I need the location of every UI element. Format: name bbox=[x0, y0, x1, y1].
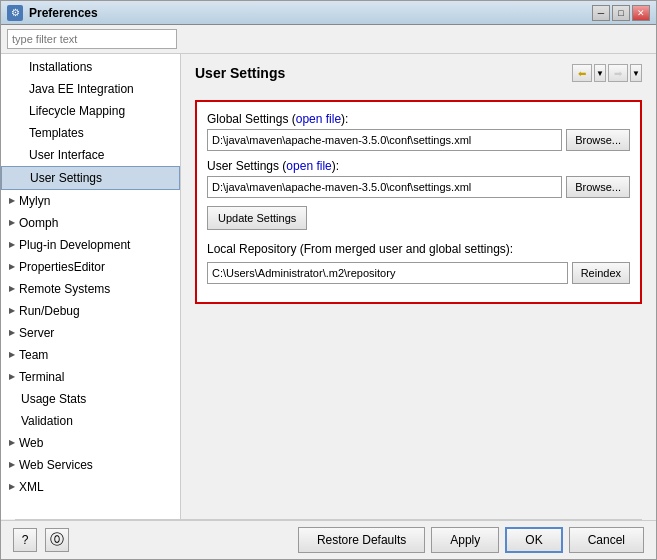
sidebar-item-terminal[interactable]: ▶ Terminal bbox=[1, 366, 180, 388]
filter-input[interactable] bbox=[7, 29, 177, 49]
back-dropdown[interactable]: ▼ bbox=[594, 64, 606, 82]
content-area: Installations Java EE Integration Lifecy… bbox=[1, 25, 656, 519]
main-split: Installations Java EE Integration Lifecy… bbox=[1, 54, 656, 519]
user-settings-link[interactable]: open file bbox=[286, 159, 331, 173]
cancel-button[interactable]: Cancel bbox=[569, 527, 644, 553]
sidebar-item-mylyn[interactable]: ▶ Mylyn bbox=[1, 190, 180, 212]
panel-title: User Settings bbox=[195, 65, 285, 81]
footer-left: ? ⓪ bbox=[13, 528, 292, 552]
global-settings-link[interactable]: open file bbox=[296, 112, 341, 126]
minimize-button[interactable]: ─ bbox=[592, 5, 610, 21]
arrow-icon: ▶ bbox=[9, 478, 15, 496]
global-settings-label: Global Settings (open file): bbox=[207, 112, 630, 126]
sidebar-item-server[interactable]: ▶ Server bbox=[1, 322, 180, 344]
nav-arrows: ⬅ ▼ ➡ ▼ bbox=[572, 64, 642, 82]
sidebar-item-run-debug[interactable]: ▶ Run/Debug bbox=[1, 300, 180, 322]
sidebar-item-user-settings[interactable]: User Settings bbox=[1, 166, 180, 190]
restore-defaults-button[interactable]: Restore Defaults bbox=[298, 527, 425, 553]
user-settings-row: Browse... bbox=[207, 176, 630, 198]
ok-button[interactable]: OK bbox=[505, 527, 562, 553]
user-browse-button[interactable]: Browse... bbox=[566, 176, 630, 198]
info-button[interactable]: ⓪ bbox=[45, 528, 69, 552]
sidebar-item-xml[interactable]: ▶ XML bbox=[1, 476, 180, 498]
arrow-icon: ▶ bbox=[9, 346, 15, 364]
global-settings-row: Browse... bbox=[207, 129, 630, 151]
arrow-icon: ▶ bbox=[9, 434, 15, 452]
window-controls: ─ □ ✕ bbox=[592, 5, 650, 21]
footer: ? ⓪ Restore Defaults Apply OK Cancel bbox=[1, 520, 656, 559]
sidebar-item-web-services[interactable]: ▶ Web Services bbox=[1, 454, 180, 476]
sidebar: Installations Java EE Integration Lifecy… bbox=[1, 54, 181, 519]
sidebar-item-remote-systems[interactable]: ▶ Remote Systems bbox=[1, 278, 180, 300]
forward-dropdown[interactable]: ▼ bbox=[630, 64, 642, 82]
update-settings-button[interactable]: Update Settings bbox=[207, 206, 307, 230]
sidebar-item-team[interactable]: ▶ Team bbox=[1, 344, 180, 366]
global-browse-button[interactable]: Browse... bbox=[566, 129, 630, 151]
reindex-button[interactable]: Reindex bbox=[572, 262, 630, 284]
apply-button[interactable]: Apply bbox=[431, 527, 499, 553]
user-settings-input[interactable] bbox=[207, 176, 562, 198]
title-bar: ⚙ Preferences ─ □ ✕ bbox=[1, 1, 656, 25]
arrow-icon: ▶ bbox=[9, 302, 15, 320]
arrow-icon: ▶ bbox=[9, 368, 15, 386]
preferences-window: ⚙ Preferences ─ □ ✕ Installations Java E… bbox=[0, 0, 657, 560]
filter-row bbox=[1, 25, 656, 54]
local-repo-label: Local Repository (From merged user and g… bbox=[207, 242, 630, 256]
arrow-icon: ▶ bbox=[9, 214, 15, 232]
right-panel: User Settings ⬅ ▼ ➡ ▼ Global Settings (o… bbox=[181, 54, 656, 519]
sidebar-item-usage-stats[interactable]: Usage Stats bbox=[1, 388, 180, 410]
close-button[interactable]: ✕ bbox=[632, 5, 650, 21]
sidebar-item-web[interactable]: ▶ Web bbox=[1, 432, 180, 454]
help-button[interactable]: ? bbox=[13, 528, 37, 552]
arrow-icon: ▶ bbox=[9, 236, 15, 254]
window-title: Preferences bbox=[29, 6, 592, 20]
user-settings-label: User Settings (open file): bbox=[207, 159, 630, 173]
sidebar-item-validation[interactable]: Validation bbox=[1, 410, 180, 432]
window-icon: ⚙ bbox=[7, 5, 23, 21]
sidebar-item-installations[interactable]: Installations bbox=[1, 56, 180, 78]
local-repo-input[interactable] bbox=[207, 262, 568, 284]
arrow-icon: ▶ bbox=[9, 280, 15, 298]
arrow-icon: ▶ bbox=[9, 192, 15, 210]
sidebar-item-lifecycle[interactable]: Lifecycle Mapping bbox=[1, 100, 180, 122]
forward-button[interactable]: ➡ bbox=[608, 64, 628, 82]
sidebar-item-templates[interactable]: Templates bbox=[1, 122, 180, 144]
sidebar-item-user-interface[interactable]: User Interface bbox=[1, 144, 180, 166]
arrow-icon: ▶ bbox=[9, 324, 15, 342]
maximize-button[interactable]: □ bbox=[612, 5, 630, 21]
back-button[interactable]: ⬅ bbox=[572, 64, 592, 82]
local-repo-row: Reindex bbox=[207, 262, 630, 284]
sidebar-item-oomph[interactable]: ▶ Oomph bbox=[1, 212, 180, 234]
arrow-icon: ▶ bbox=[9, 258, 15, 276]
sidebar-item-java-ee[interactable]: Java EE Integration bbox=[1, 78, 180, 100]
global-settings-input[interactable] bbox=[207, 129, 562, 151]
sidebar-item-properties-editor[interactable]: ▶ PropertiesEditor bbox=[1, 256, 180, 278]
arrow-icon: ▶ bbox=[9, 456, 15, 474]
sidebar-item-plugin-development[interactable]: ▶ Plug-in Development bbox=[1, 234, 180, 256]
highlighted-section: Global Settings (open file): Browse... U… bbox=[195, 100, 642, 304]
